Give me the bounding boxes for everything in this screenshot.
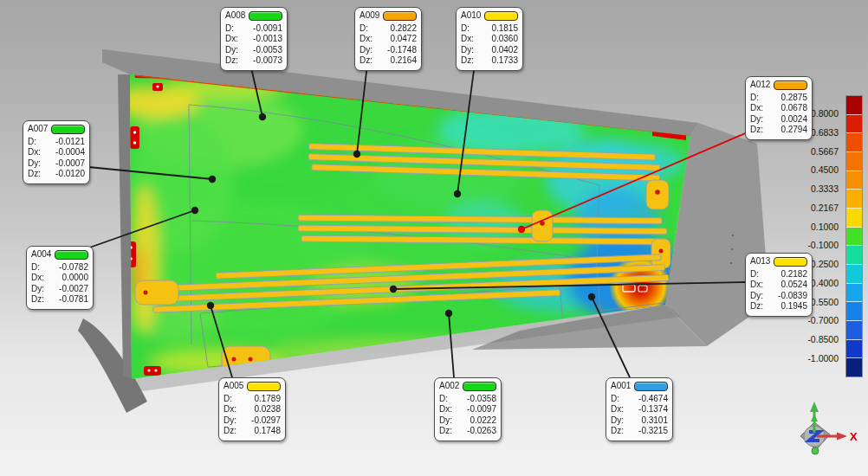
scale-segment	[846, 190, 862, 209]
measurement-point[interactable]	[209, 176, 216, 183]
deviation-row: Dy:-0.0053	[225, 45, 282, 56]
deviation-color-swatch	[484, 11, 518, 21]
annotation-header: A009	[360, 10, 417, 22]
component-label: Dx:	[439, 404, 452, 415]
component-label: Dz:	[461, 55, 474, 67]
deviation-row: Dy:0.0402	[461, 45, 518, 56]
deviation-row: Dz:-0.0073	[225, 55, 282, 67]
deviation-value: 0.0524	[781, 280, 807, 291]
deviation-row: Dz:0.1733	[461, 55, 518, 67]
component-label: Dx:	[750, 103, 763, 114]
deviation-value: -0.4674	[638, 394, 668, 405]
deviation-color-swatch	[463, 382, 496, 391]
deviation-row: Dx:-0.0097	[439, 404, 496, 415]
component-label: Dy:	[28, 158, 41, 170]
deviation-color-swatch	[55, 250, 88, 260]
annotation-callout[interactable]: A007D:-0.0121Dx:-0.0004Dy:-0.0007Dz:-0.0…	[23, 120, 90, 184]
deviation-value: -0.1748	[387, 45, 417, 56]
annotation-callout[interactable]: A008D:-0.0091Dx:-0.0013Dy:-0.0053Dz:-0.0…	[220, 7, 288, 71]
measurement-point[interactable]	[445, 310, 452, 317]
annotation-callout[interactable]: A010D:0.1815Dx:0.0360Dy:0.0402Dz:0.1733	[456, 7, 523, 71]
deviation-row: Dx:0.0678	[750, 103, 807, 114]
deviation-value: -0.0358	[467, 394, 496, 405]
measurement-point[interactable]	[390, 286, 397, 293]
deviation-value: -0.1374	[638, 404, 668, 415]
component-label: Dz:	[611, 426, 624, 437]
component-label: Dz:	[223, 426, 236, 437]
measurement-point[interactable]	[588, 293, 595, 300]
scale-segment	[846, 321, 862, 340]
annotation-callout[interactable]: A009D:0.2822Dx:0.0472Dy:-0.1748Dz:0.2164	[354, 7, 422, 71]
deviation-value: 0.1748	[254, 426, 281, 437]
component-label: Dz:	[225, 55, 238, 67]
measurement-point[interactable]	[259, 113, 266, 120]
deviation-row: Dy:-0.0297	[223, 415, 281, 427]
deviation-value: 0.0222	[470, 415, 496, 427]
deviation-value: -0.0781	[59, 294, 88, 306]
orientation-triad[interactable]: X	[776, 396, 863, 469]
deviation-value: -0.0091	[253, 23, 282, 35]
annotation-id: A002	[439, 381, 459, 392]
measurement-point[interactable]	[454, 190, 461, 197]
deviation-color-swatch	[774, 257, 807, 267]
annotation-header: A004	[31, 249, 88, 261]
component-label: D:	[31, 262, 40, 273]
annotation-header: A010	[461, 10, 518, 22]
component-label: Dx:	[225, 34, 238, 45]
deviation-value: 0.0024	[781, 114, 807, 125]
annotation-callout[interactable]: A012D:0.2875Dx:0.0678Dy:0.0024Dz:0.2794	[745, 76, 813, 140]
annotation-id: A012	[750, 80, 770, 91]
component-label: D:	[360, 23, 368, 35]
deviation-value: -0.0004	[55, 147, 85, 158]
scale-segment	[846, 340, 862, 359]
measurement-point[interactable]	[353, 151, 360, 158]
deviation-value: -0.0120	[55, 169, 85, 180]
component-label: D:	[223, 394, 232, 405]
measurement-point[interactable]	[191, 207, 198, 214]
scale-segment	[846, 171, 862, 190]
deviation-value: -0.0073	[253, 55, 282, 67]
component-label: Dy:	[223, 415, 236, 427]
deviation-value: 0.1733	[491, 55, 518, 67]
deviation-row: Dz:0.1945	[750, 301, 807, 312]
measurement-point[interactable]	[207, 302, 214, 309]
scale-tick-label: 0.2167	[781, 203, 839, 213]
component-label: Dx:	[360, 34, 372, 45]
deviation-value: 0.3101	[641, 415, 668, 427]
scale-tick-label: -0.1000	[781, 240, 839, 250]
annotation-callout[interactable]: A013D:0.2182Dx:0.0524Dy:-0.0839Dz:0.1945	[745, 253, 813, 317]
annotation-callout[interactable]: A002D:-0.0358Dx:-0.0097Dy:0.0222Dz:-0.02…	[434, 377, 502, 441]
deviation-value: -0.0121	[55, 137, 85, 148]
annotation-callout[interactable]: A004D:-0.0782Dx:0.0000Dy:-0.0027Dz:-0.07…	[26, 246, 94, 310]
deviation-value: -0.0013	[253, 34, 282, 45]
scale-segment	[846, 133, 862, 152]
component-label: Dx:	[611, 404, 624, 415]
annotation-header: A007	[28, 124, 85, 135]
measurement-point[interactable]	[518, 226, 525, 233]
component-label: Dy:	[360, 45, 372, 56]
deviation-value: -0.0097	[467, 404, 496, 415]
scale-tick-label: 0.4500	[781, 164, 839, 175]
annotation-callout[interactable]: A001D:-0.4674Dx:-0.1374Dy:0.3101Dz:-0.32…	[606, 377, 673, 441]
annotation-id: A007	[28, 124, 48, 135]
component-label: D:	[225, 23, 234, 35]
annotation-callout[interactable]: A005D:0.1789Dx:0.0238Dy:-0.0297Dz:0.1748	[218, 377, 286, 441]
deviation-row: Dx:0.0524	[750, 280, 807, 291]
annotation-id: A008	[225, 10, 245, 22]
annotation-id: A004	[31, 249, 51, 261]
deviation-row: Dz:-0.0781	[31, 294, 88, 306]
deviation-row: Dx:0.0000	[31, 273, 88, 284]
deviation-color-swatch	[774, 80, 807, 90]
deviation-value: -0.0027	[59, 284, 88, 295]
deviation-value: -0.0839	[778, 291, 807, 302]
annotation-header: A005	[223, 381, 281, 392]
component-label: Dy:	[611, 415, 624, 427]
deviation-row: D:0.2875	[750, 93, 807, 104]
deviation-value: 0.1789	[254, 394, 281, 405]
annotation-header: A001	[611, 381, 668, 392]
scale-segment	[846, 302, 862, 321]
component-label: Dx:	[31, 273, 44, 284]
deviation-row: Dz:-0.0263	[439, 426, 496, 437]
annotation-header: A012	[750, 80, 807, 91]
deviation-value: 0.0402	[491, 45, 518, 56]
